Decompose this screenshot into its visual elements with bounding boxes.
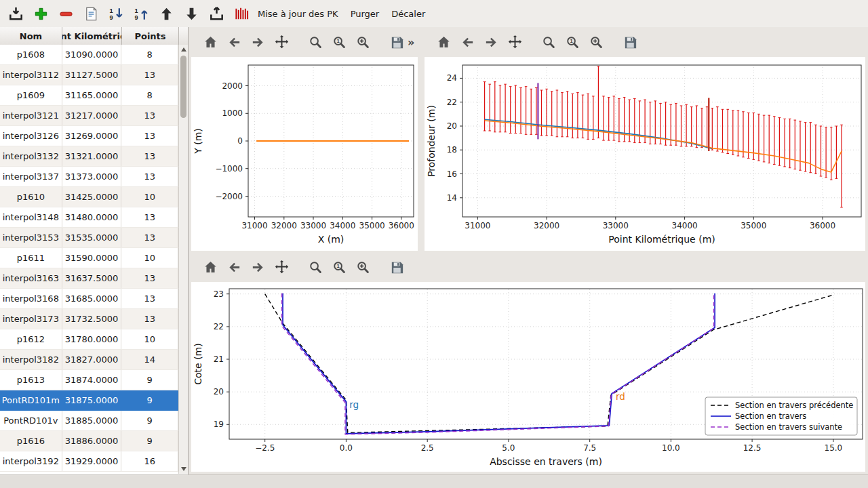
table-cell[interactable]: 13 bbox=[121, 106, 178, 125]
plot-back-button[interactable] bbox=[223, 31, 245, 53]
scrollbar-up-arrow-icon[interactable] bbox=[181, 47, 186, 52]
table-row[interactable]: interpol316331637.500013 bbox=[0, 268, 178, 289]
table-cell[interactable]: 31780.0000 bbox=[62, 329, 122, 349]
table-cell[interactable]: 31874.0000 bbox=[62, 370, 122, 390]
edit-button[interactable] bbox=[81, 3, 101, 24]
column-header-points[interactable]: Points bbox=[122, 27, 179, 45]
table-row[interactable]: p161131590.000010 bbox=[0, 248, 178, 268]
table-row[interactable]: interpol312131217.000013 bbox=[0, 106, 178, 126]
plot-home-button[interactable] bbox=[199, 31, 221, 53]
table-cell[interactable]: 13 bbox=[121, 146, 178, 166]
table-cell[interactable]: PontRD101m bbox=[0, 390, 62, 410]
table-cell[interactable]: interpol3173 bbox=[0, 309, 62, 329]
scrollbar-thumb[interactable] bbox=[180, 56, 186, 118]
table-cell[interactable]: 13 bbox=[121, 65, 178, 85]
table-cell[interactable]: 31827.0000 bbox=[62, 350, 122, 369]
table-cell[interactable]: 31090.0000 bbox=[62, 45, 122, 64]
plot-zoom-one-button[interactable]: 1 bbox=[561, 31, 583, 53]
plot-home-button[interactable] bbox=[199, 256, 221, 278]
table-row[interactable]: interpol318231827.000014 bbox=[0, 350, 178, 370]
table-cell[interactable]: 31165.0000 bbox=[62, 85, 122, 105]
table-cell[interactable]: interpol3148 bbox=[0, 207, 62, 227]
table-cell[interactable]: 9 bbox=[121, 390, 178, 410]
table-cell[interactable]: 31269.0000 bbox=[62, 126, 122, 146]
longitudinal-profile-canvas[interactable]: 3100032000330003400035000360001416182022… bbox=[425, 57, 865, 251]
table-row[interactable]: p161031425.000010 bbox=[0, 187, 178, 207]
table-cell[interactable]: 13 bbox=[121, 289, 178, 308]
plot-save-button[interactable] bbox=[386, 256, 408, 278]
plot-save-button[interactable] bbox=[619, 31, 641, 53]
table-cell[interactable]: 13 bbox=[121, 228, 178, 247]
table-cell[interactable]: p1612 bbox=[0, 329, 62, 349]
plot-forward-button[interactable] bbox=[247, 31, 269, 53]
plot-zoom-one-button[interactable]: 1 bbox=[328, 256, 350, 278]
scrollbar-down-arrow-icon[interactable] bbox=[181, 467, 186, 471]
table-cell[interactable]: 10 bbox=[121, 187, 178, 207]
table-row[interactable]: interpol311231127.500013 bbox=[0, 65, 178, 85]
table-cell[interactable]: 31929.0000 bbox=[62, 451, 122, 471]
table-cell[interactable]: 31321.0000 bbox=[62, 146, 122, 166]
table-row[interactable]: p160931165.00008 bbox=[0, 85, 178, 106]
move-down-button[interactable] bbox=[181, 3, 201, 24]
table-cell[interactable]: 13 bbox=[121, 268, 178, 288]
plot-home-button[interactable] bbox=[433, 31, 454, 53]
table-cell[interactable]: interpol3192 bbox=[0, 451, 62, 471]
menu-purger[interactable]: Purger bbox=[344, 6, 386, 22]
table-cell[interactable]: 31127.5000 bbox=[62, 65, 122, 85]
menu-decaler[interactable]: Décaler bbox=[385, 6, 431, 22]
table-cell[interactable]: 31875.0000 bbox=[62, 390, 122, 410]
table-cell[interactable]: p1608 bbox=[0, 45, 62, 64]
table-row[interactable]: interpol314831480.000013 bbox=[0, 207, 178, 228]
table-cell[interactable]: 9 bbox=[121, 431, 178, 451]
table-cell[interactable]: 14 bbox=[121, 350, 178, 369]
plot-zoom-button[interactable] bbox=[304, 31, 326, 53]
table-row[interactable]: interpol313731373.000013 bbox=[0, 167, 178, 187]
table-cell[interactable]: p1616 bbox=[0, 431, 62, 451]
menu-mise-a-jour-des-pk[interactable]: Mise à jour des PK bbox=[252, 6, 344, 22]
table-cell[interactable]: interpol3132 bbox=[0, 146, 62, 166]
table-cell[interactable]: interpol3112 bbox=[0, 65, 62, 85]
cross-section-canvas[interactable]: −2.50.02.55.07.510.012.515.01920212223Ab… bbox=[191, 282, 865, 472]
table-cell[interactable]: 8 bbox=[121, 85, 178, 105]
table-cell[interactable]: 13 bbox=[121, 126, 178, 146]
table-cell[interactable]: 9 bbox=[121, 370, 178, 390]
table-cell[interactable]: interpol3121 bbox=[0, 106, 62, 125]
sort-up-button[interactable]: 19 bbox=[131, 3, 151, 24]
plot-forward-button[interactable] bbox=[480, 31, 502, 53]
table-cell[interactable]: p1613 bbox=[0, 370, 62, 390]
table-cell[interactable]: PontRD101v bbox=[0, 411, 62, 430]
table-cell[interactable]: interpol3137 bbox=[0, 167, 62, 186]
table-cell[interactable]: 10 bbox=[121, 329, 178, 349]
table-row[interactable]: PontRD101m31875.00009 bbox=[0, 390, 178, 411]
table-row[interactable]: p160831090.00008 bbox=[0, 45, 178, 65]
table-cell[interactable]: interpol3126 bbox=[0, 126, 62, 146]
table-cell[interactable]: 13 bbox=[121, 309, 178, 329]
table-row[interactable]: interpol319231929.000016 bbox=[0, 451, 178, 472]
table-cell[interactable]: 8 bbox=[121, 45, 178, 64]
table-cell[interactable]: p1611 bbox=[0, 248, 62, 268]
table-cell[interactable]: 31217.0000 bbox=[62, 106, 122, 125]
table-cell[interactable]: 31732.5000 bbox=[62, 309, 122, 329]
plot-zoom-button[interactable] bbox=[304, 256, 326, 278]
table-cell[interactable]: interpol3182 bbox=[0, 350, 62, 369]
plot-back-button[interactable] bbox=[456, 31, 478, 53]
table-cell[interactable]: p1609 bbox=[0, 85, 62, 105]
table-cell[interactable]: 31885.0000 bbox=[62, 411, 122, 430]
plot-zoom-plus-button[interactable] bbox=[352, 31, 374, 53]
table-row[interactable]: interpol317331732.500013 bbox=[0, 309, 178, 329]
add-button[interactable] bbox=[31, 3, 51, 24]
plot-back-button[interactable] bbox=[223, 256, 245, 278]
table-cell[interactable]: interpol3163 bbox=[0, 268, 62, 288]
table-scrollbar[interactable] bbox=[178, 45, 188, 474]
xy-plot-canvas[interactable]: 310003200033000340003500036000−2000−1000… bbox=[191, 57, 418, 251]
table-cell[interactable]: 10 bbox=[121, 248, 178, 268]
table-cell[interactable]: 13 bbox=[121, 167, 178, 186]
table-row[interactable]: p161231780.000010 bbox=[0, 329, 178, 350]
column-header-nom[interactable]: Nom bbox=[0, 27, 62, 45]
column-header-point-kilometrique[interactable]: Point Kilométrique bbox=[62, 27, 122, 45]
table-cell[interactable]: interpol3168 bbox=[0, 289, 62, 308]
plot-zoom-one-button[interactable]: 1 bbox=[328, 31, 350, 53]
plot-zoom-button[interactable] bbox=[538, 31, 559, 53]
plot-save-button[interactable] bbox=[386, 31, 408, 53]
sections-button[interactable] bbox=[231, 3, 252, 24]
